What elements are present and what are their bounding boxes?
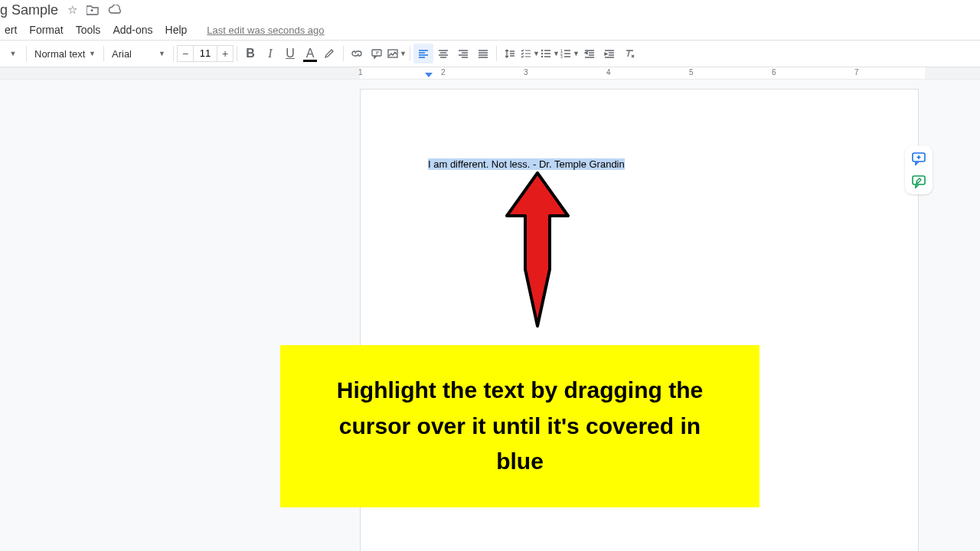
menu-help[interactable]: Help (161, 22, 192, 37)
align-center-button[interactable] (433, 44, 453, 64)
align-left-button[interactable] (413, 44, 433, 64)
suggest-edits-icon[interactable] (907, 170, 930, 193)
ruler-tick: 4 (606, 68, 611, 77)
menu-tools[interactable]: Tools (71, 22, 106, 37)
separator (237, 46, 237, 61)
menu-addons[interactable]: Add-ons (108, 22, 157, 37)
svg-point-2 (541, 50, 543, 51)
ruler-tick: 2 (441, 68, 446, 77)
separator (343, 46, 344, 61)
separator (26, 46, 27, 61)
title-bar: g Sample ☆ (0, 0, 980, 20)
separator (496, 46, 497, 61)
separator (410, 46, 410, 61)
side-toolbar (905, 145, 933, 194)
cloud-status-icon[interactable] (108, 5, 122, 15)
last-edit-status[interactable]: Last edit was seconds ago (207, 24, 324, 36)
svg-point-3 (541, 53, 543, 54)
ruler-tick: 5 (689, 68, 694, 77)
separator (103, 46, 104, 61)
move-folder-icon[interactable] (87, 5, 99, 15)
font-label: Arial (112, 48, 132, 60)
font-size-group: − 11 + (177, 45, 234, 62)
annotation-callout: Highlight the text by dragging the curso… (280, 345, 760, 507)
svg-rect-0 (372, 50, 381, 56)
underline-button[interactable]: U (280, 44, 300, 64)
star-icon[interactable]: ☆ (67, 3, 77, 17)
italic-button[interactable]: I (260, 44, 280, 64)
link-button[interactable] (347, 44, 367, 64)
svg-rect-9 (913, 176, 925, 184)
image-button[interactable]: ▼ (387, 44, 407, 64)
font-size-increase[interactable]: + (217, 45, 234, 62)
comment-button[interactable] (367, 44, 387, 64)
more-button[interactable]: ▼ (3, 44, 23, 64)
menu-format[interactable]: Format (24, 22, 67, 37)
font-select[interactable]: Arial▼ (107, 48, 170, 60)
toolbar: ▼ Normal text▼ Arial▼ − 11 + B I U A ▼ (0, 40, 980, 67)
style-select[interactable]: Normal text▼ (30, 48, 100, 60)
bold-button[interactable]: B (240, 44, 260, 64)
align-justify-button[interactable] (473, 44, 493, 64)
ruler-tick: 3 (524, 68, 528, 77)
style-label: Normal text (34, 48, 85, 60)
line-spacing-button[interactable] (500, 44, 520, 64)
add-comment-icon[interactable] (907, 147, 930, 170)
ruler-tick: 6 (772, 68, 776, 77)
ruler-tick: 7 (854, 68, 859, 77)
text-color-button[interactable]: A (300, 44, 320, 64)
font-size-decrease[interactable]: − (177, 45, 194, 62)
numbered-list-button[interactable]: 123▼ (560, 44, 580, 64)
checklist-button[interactable]: ▼ (520, 44, 540, 64)
indent-decrease-button[interactable] (580, 44, 599, 64)
doc-title[interactable]: g Sample (0, 2, 58, 18)
ruler-tick: 1 (358, 68, 363, 77)
separator (173, 46, 174, 61)
ruler[interactable]: 1 2 3 4 5 6 7 (0, 67, 980, 80)
annotation-text: Highlight the text by dragging the curso… (337, 377, 703, 474)
bullet-list-button[interactable]: ▼ (540, 44, 560, 64)
menu-insert[interactable]: ert (0, 22, 21, 37)
ruler-marker-left[interactable] (425, 73, 433, 77)
selected-text[interactable]: I am different. Not less. - Dr. Temple G… (428, 158, 625, 170)
svg-point-4 (541, 56, 543, 57)
clear-format-button[interactable] (619, 44, 639, 64)
align-right-button[interactable] (453, 44, 473, 64)
menu-bar: ert Format Tools Add-ons Help Last edit … (0, 20, 980, 40)
annotation-arrow (502, 170, 573, 331)
indent-increase-button[interactable] (599, 44, 619, 64)
font-size-value[interactable]: 11 (194, 45, 217, 62)
highlight-button[interactable] (320, 44, 340, 64)
svg-text:3: 3 (560, 54, 563, 59)
